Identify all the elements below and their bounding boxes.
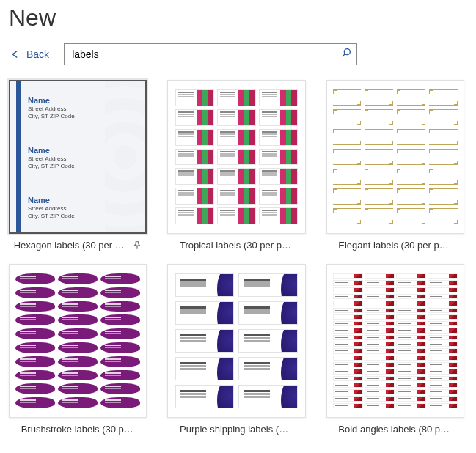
- label-line: Street Address: [28, 106, 75, 112]
- label-line: Street Address: [28, 155, 75, 162]
- template-caption: Tropical labels (30 per page): [180, 240, 293, 251]
- template-thumbnail: [167, 264, 305, 418]
- template-purple-shipping[interactable]: Purple shipping labels (10...: [167, 264, 305, 435]
- template-thumbnail: [167, 80, 305, 234]
- back-label: Back: [26, 48, 49, 60]
- template-elegant[interactable]: Elegant labels (30 per page): [326, 80, 464, 251]
- template-bold-angles[interactable]: document.write(Array(80).fill('<div clas…: [326, 264, 464, 435]
- label-line: Street Address: [28, 205, 75, 212]
- template-brushstroke[interactable]: Brushstroke labels (30 per...: [9, 264, 147, 435]
- templates-grid: Name Street Address City, ST ZIP Code Na…: [9, 80, 467, 435]
- svg-point-0: [344, 49, 350, 55]
- caption-row: Bold angles labels (80 per...: [326, 418, 464, 435]
- template-caption: Bold angles labels (80 per...: [338, 424, 452, 435]
- template-thumbnail: [9, 264, 147, 418]
- nav-row: Back: [9, 43, 467, 65]
- template-caption: Hexagon labels (30 per pa...: [14, 240, 128, 251]
- label-name: Name: [28, 146, 75, 155]
- template-thumbnail: [326, 80, 464, 234]
- label-line: City, ST ZIP Code: [28, 163, 75, 169]
- caption-row: Tropical labels (30 per page): [167, 234, 305, 251]
- label-name: Name: [28, 96, 75, 105]
- template-thumbnail: document.write(Array(80).fill('<div clas…: [326, 264, 464, 418]
- search-icon[interactable]: [340, 47, 352, 62]
- page-title: New: [9, 0, 467, 43]
- template-thumbnail: Name Street Address City, ST ZIP Code Na…: [9, 80, 147, 234]
- caption-row: Brushstroke labels (30 per...: [9, 418, 147, 435]
- template-caption: Purple shipping labels (10...: [180, 424, 293, 435]
- caption-row: Purple shipping labels (10...: [167, 418, 305, 435]
- back-button[interactable]: Back: [9, 48, 58, 61]
- back-arrow-icon: [9, 48, 22, 61]
- search-input[interactable]: [69, 45, 340, 63]
- label-line: City, ST ZIP Code: [28, 213, 75, 219]
- label-line: City, ST ZIP Code: [28, 113, 75, 119]
- label-name: Name: [28, 196, 75, 205]
- template-caption: Elegant labels (30 per page): [338, 240, 452, 251]
- template-hexagon[interactable]: Name Street Address City, ST ZIP Code Na…: [9, 80, 147, 251]
- template-tropical[interactable]: Tropical labels (30 per page): [167, 80, 305, 251]
- caption-row: Elegant labels (30 per page): [326, 234, 464, 251]
- caption-row: Hexagon labels (30 per pa...: [9, 234, 147, 251]
- template-caption: Brushstroke labels (30 per...: [21, 424, 135, 435]
- search-box[interactable]: [64, 43, 357, 65]
- pin-icon[interactable]: [132, 240, 142, 251]
